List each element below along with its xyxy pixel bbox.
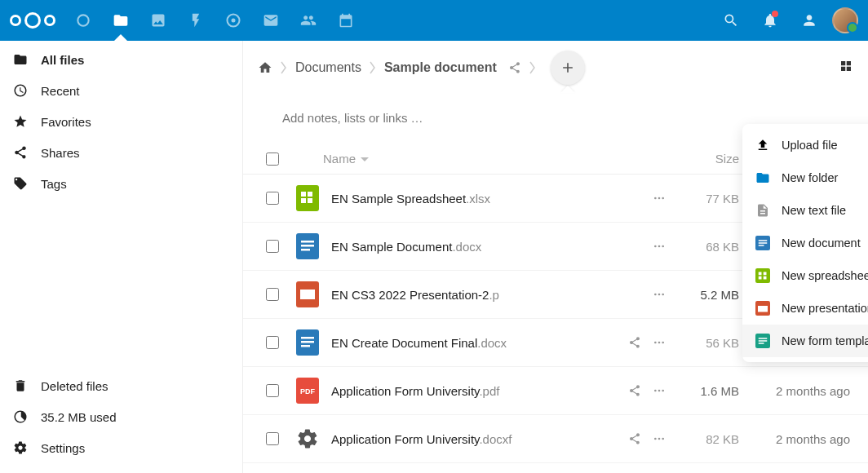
gear-icon	[13, 440, 28, 455]
notifications-icon[interactable]	[754, 4, 786, 37]
nav-photos[interactable]	[142, 4, 175, 37]
home-icon[interactable]	[258, 60, 272, 75]
svg-point-20	[654, 294, 657, 296]
svg-rect-24	[301, 337, 314, 339]
trash-icon	[13, 378, 28, 393]
notes-input[interactable]	[282, 111, 829, 125]
file-size: 82 KB	[666, 432, 739, 446]
dropdown-item-folder[interactable]: New folder	[742, 161, 868, 194]
svg-rect-40	[759, 242, 768, 244]
file-name[interactable]: EN Sample Spreadsheet.xlsx	[331, 192, 628, 206]
sidebar-item-shares[interactable]: Shares	[0, 137, 242, 168]
dropdown-item-label: New text file	[782, 204, 846, 217]
more-icon[interactable]	[653, 432, 666, 445]
svg-rect-51	[759, 340, 768, 342]
file-modified: 2 months ago	[739, 384, 853, 398]
dropdown-item-sheet[interactable]: New spreadsheet	[742, 259, 868, 292]
folder-icon	[13, 52, 28, 67]
file-type-icon	[294, 184, 321, 212]
nav-contacts[interactable]	[292, 4, 325, 37]
svg-rect-46	[764, 276, 767, 280]
row-checkbox[interactable]	[266, 240, 279, 253]
nav-activity[interactable]	[179, 4, 212, 37]
svg-rect-50	[759, 338, 768, 339]
more-icon[interactable]	[653, 192, 666, 205]
sidebar-item-all-files[interactable]: All files	[0, 44, 242, 75]
grid-view-toggle[interactable]	[839, 59, 853, 77]
svg-rect-14	[301, 249, 310, 251]
breadcrumb-parent[interactable]: Documents	[295, 60, 361, 75]
dropdown-item-label: New folder	[782, 171, 838, 184]
file-name[interactable]: Application Form University.pdf	[331, 384, 628, 398]
clock-icon	[13, 83, 28, 98]
sidebar-item-deleted[interactable]: Deleted files	[0, 370, 242, 401]
row-checkbox[interactable]	[266, 432, 279, 445]
svg-rect-12	[301, 241, 314, 243]
svg-point-27	[654, 342, 657, 344]
file-size: 5.2 MB	[666, 288, 739, 302]
nav-talk[interactable]	[217, 4, 250, 37]
sidebar-item-label: 35.2 MB used	[41, 410, 117, 424]
svg-point-9	[658, 197, 661, 200]
share-icon[interactable]	[508, 61, 521, 74]
row-checkbox[interactable]	[266, 384, 279, 397]
nav-mail[interactable]	[255, 4, 287, 37]
dropdown-item-form[interactable]: New form template	[742, 325, 868, 357]
svg-rect-5	[308, 192, 312, 197]
nav-files[interactable]	[104, 4, 137, 37]
user-contacts-icon[interactable]	[793, 4, 826, 37]
sidebar: All files Recent Favorites Shares Tags D…	[0, 41, 243, 473]
svg-rect-41	[759, 245, 764, 246]
file-size: 56 KB	[666, 336, 739, 350]
more-icon[interactable]	[653, 336, 666, 349]
search-icon[interactable]	[715, 4, 747, 37]
share-icon[interactable]	[628, 432, 641, 445]
dropdown-item-text[interactable]: New text file	[742, 194, 868, 227]
user-avatar[interactable]	[832, 7, 858, 33]
dropdown-item-upload[interactable]: Upload file	[742, 129, 868, 161]
share-icon	[13, 145, 28, 160]
sidebar-item-label: All files	[41, 53, 84, 67]
svg-point-32	[654, 390, 657, 392]
svg-point-28	[658, 342, 661, 344]
tag-icon	[13, 176, 28, 191]
app-logo[interactable]	[10, 12, 55, 29]
sidebar-item-label: Shares	[41, 146, 80, 160]
sidebar-item-recent[interactable]: Recent	[0, 75, 242, 106]
more-icon[interactable]	[653, 384, 666, 397]
file-row[interactable]: Application Form University.docxf 82 KB …	[243, 415, 868, 463]
file-name[interactable]: Application Form University.docxf	[331, 432, 628, 446]
share-icon[interactable]	[628, 384, 641, 397]
file-name[interactable]: EN CS3 2022 Presentation-2.p	[331, 288, 628, 302]
file-type-icon	[294, 232, 321, 260]
sidebar-item-settings[interactable]: Settings	[0, 432, 242, 463]
svg-point-0	[78, 15, 88, 25]
row-checkbox[interactable]	[266, 288, 279, 301]
sidebar-item-tags[interactable]: Tags	[0, 168, 242, 199]
row-checkbox[interactable]	[266, 192, 279, 205]
nav-calendar[interactable]	[330, 4, 362, 37]
file-name[interactable]: EN Create Document Final.docx	[331, 336, 628, 350]
select-all-checkbox[interactable]	[266, 153, 279, 166]
sidebar-item-label: Deleted files	[41, 379, 108, 393]
share-icon[interactable]	[628, 336, 641, 349]
nav-dashboard[interactable]	[67, 4, 100, 37]
more-icon[interactable]	[653, 240, 666, 253]
breadcrumb-current[interactable]: Sample document	[384, 60, 497, 75]
column-name[interactable]: Name	[287, 152, 666, 166]
dropdown-item-doc[interactable]: New document	[742, 227, 868, 259]
add-button[interactable]	[551, 51, 585, 85]
svg-point-35	[654, 438, 657, 440]
chevron-right-icon	[281, 61, 287, 74]
file-row[interactable]: PDF Application Form University.pdf 1.6 …	[243, 367, 868, 415]
sidebar-item-favorites[interactable]: Favorites	[0, 106, 242, 137]
svg-rect-45	[759, 276, 762, 280]
dropdown-item-pres[interactable]: New presentation	[742, 292, 868, 325]
svg-rect-4	[301, 192, 306, 197]
file-name[interactable]: EN Sample Document.docx	[331, 240, 628, 254]
sidebar-item-label: Recent	[41, 84, 80, 98]
svg-point-10	[662, 197, 664, 200]
row-checkbox[interactable]	[266, 336, 279, 349]
more-icon[interactable]	[653, 288, 666, 301]
column-size[interactable]: Size	[666, 152, 739, 166]
